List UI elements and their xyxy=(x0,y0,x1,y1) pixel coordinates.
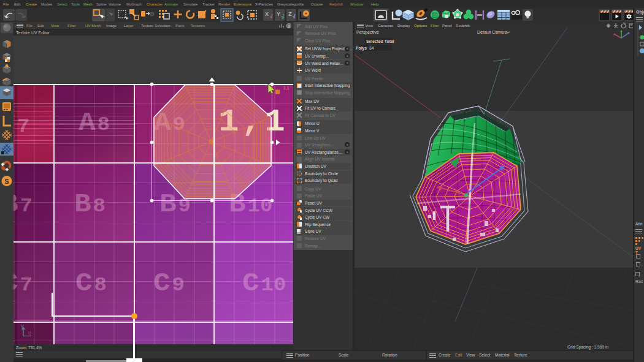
svg-text:U: U xyxy=(28,331,31,335)
svg-text:X: X xyxy=(265,11,269,17)
svg-text:Z: Z xyxy=(288,11,292,17)
svg-text:S: S xyxy=(4,178,9,185)
svg-text:1,1: 1,1 xyxy=(283,86,289,90)
svg-text:Y: Y xyxy=(277,11,280,17)
svg-text:V: V xyxy=(21,324,24,328)
